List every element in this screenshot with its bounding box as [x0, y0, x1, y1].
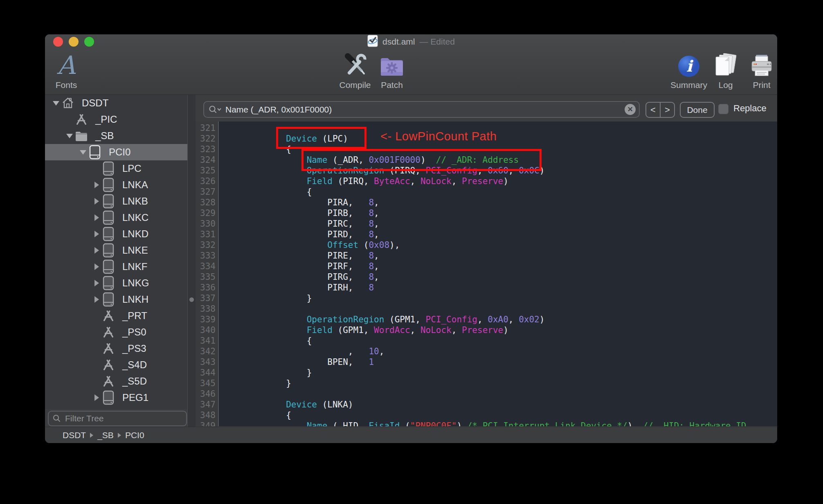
toolbar-fonts-button[interactable]: A Fonts: [51, 48, 81, 90]
close-button[interactable]: [53, 37, 63, 47]
sidebar-item-_ps0[interactable]: _PS0: [45, 324, 187, 340]
code-line: 334 PIRF, 8,: [196, 261, 777, 272]
code-text: }: [218, 367, 312, 378]
editor-pane: ✕ < > Done Replace 321322 Device (LPC)32…: [196, 95, 777, 427]
disclosure-right-icon[interactable]: [91, 263, 102, 270]
disclosure-right-icon[interactable]: [91, 280, 102, 286]
code-editor[interactable]: 321322 Device (LPC)323 {324 Name (_ADR, …: [196, 122, 777, 426]
log-pages-icon: [713, 48, 738, 80]
replace-checkbox[interactable]: [718, 104, 729, 114]
code-line: 335 PIRG, 8,: [196, 272, 777, 282]
toolbar-summary-button[interactable]: i Summary: [668, 48, 709, 90]
sidebar-item-lpc[interactable]: LPC: [45, 160, 187, 177]
sidebar-item-lnke[interactable]: LNKE: [45, 242, 187, 259]
sidebar-item-lnkg[interactable]: LNKG: [45, 275, 187, 291]
title-filename: dsdt.aml: [382, 37, 415, 47]
code-line: 349 Name (_HID, EisaId ("PNP0C0F") /* PC…: [196, 421, 777, 426]
code-line: 333 PIRE, 8,: [196, 250, 777, 261]
code-line: 336 PIRH, 8: [196, 282, 777, 293]
sidebar-item-_s4d[interactable]: _S4D: [45, 357, 187, 373]
title-edited-suffix: — Edited: [419, 37, 454, 47]
line-number: 329: [196, 208, 218, 218]
disclosure-right-icon[interactable]: [91, 182, 102, 188]
toolbar-compile-button[interactable]: Compile: [337, 48, 373, 90]
sidebar-item-label: _PRT: [122, 310, 147, 322]
disclosure-right-icon[interactable]: [91, 231, 102, 237]
search-menu-icon[interactable]: [208, 105, 222, 114]
disclosure-right-icon[interactable]: [91, 214, 102, 221]
code-line: 346: [196, 389, 777, 399]
sidebar-item-label: _S4D: [122, 359, 147, 371]
sidebar-item-lnkc[interactable]: LNKC: [45, 209, 187, 226]
divider-drag-handle[interactable]: [189, 297, 194, 302]
code-text: PIRC, 8,: [218, 218, 379, 229]
breadcrumb-item-_sb[interactable]: _SB: [97, 430, 114, 440]
sidebar-item-label: LNKD: [122, 228, 148, 240]
sidebar-item-lnkd[interactable]: LNKD: [45, 226, 187, 242]
sidebar-item-label: _SB: [95, 130, 114, 142]
line-number: 331: [196, 229, 218, 240]
find-next-button[interactable]: >: [661, 103, 674, 117]
method-icon: [102, 341, 115, 356]
disclosure-down-icon[interactable]: [51, 101, 61, 106]
minimize-button[interactable]: [69, 37, 79, 47]
disclosure-down-icon[interactable]: [64, 134, 75, 138]
sidebar-item-lnkb[interactable]: LNKB: [45, 193, 187, 209]
sidebar-item-_pic[interactable]: _PIC: [45, 111, 187, 128]
sidebar-item-label: _PIC: [95, 114, 117, 125]
code-line: 339 OperationRegion (GPM1, PCI_Config, 0…: [196, 314, 777, 325]
sidebar-item-peg1[interactable]: PEG1: [45, 389, 187, 406]
annotation-callout-text: <- LowPinCount Path: [380, 130, 497, 143]
sidebar-item-lnkh[interactable]: LNKH: [45, 291, 187, 308]
breadcrumb-item-pci0[interactable]: PCI0: [125, 430, 144, 440]
line-number: 327: [196, 187, 218, 197]
line-number: 322: [196, 133, 218, 144]
print-icon: [749, 48, 774, 80]
sidebar-item-_s5d[interactable]: _S5D: [45, 373, 187, 389]
filter-tree-field[interactable]: [48, 411, 187, 426]
toolbar-print-button[interactable]: Print: [743, 48, 777, 90]
code-text: PIRH, 8: [218, 282, 374, 293]
desktop-background: dsdt.aml — Edited A Fonts Compile: [0, 0, 823, 504]
method-icon: [102, 325, 115, 340]
device-icon: [102, 161, 115, 176]
sidebar-item-lnkf[interactable]: LNKF: [45, 259, 187, 275]
toolbar-patch-button[interactable]: Patch: [374, 48, 409, 90]
sidebar-item-pci0[interactable]: PCI0: [45, 144, 187, 160]
code-text: OperationRegion (GPM1, PCI_Config, 0xA0,…: [218, 314, 544, 325]
find-input[interactable]: [225, 104, 625, 115]
find-previous-button[interactable]: <: [646, 103, 661, 117]
sidebar-item-_ps3[interactable]: _PS3: [45, 340, 187, 357]
line-number: 343: [196, 357, 218, 367]
filter-tree-input[interactable]: [64, 413, 186, 424]
sidebar-item-_sb[interactable]: _SB: [45, 128, 187, 144]
disclosure-right-icon[interactable]: [91, 247, 102, 254]
device-icon: [102, 259, 115, 274]
code-line: 331 PIRD, 8,: [196, 229, 777, 240]
code-line: 337 }: [196, 293, 777, 304]
code-line: 328 PIRA, 8,: [196, 197, 777, 208]
find-field[interactable]: ✕: [203, 101, 640, 118]
find-bar: ✕ < > Done Replace: [196, 95, 777, 122]
device-icon: [102, 276, 115, 290]
device-icon: [102, 210, 115, 225]
line-number: 347: [196, 399, 218, 410]
maciasl-window: dsdt.aml — Edited A Fonts Compile: [45, 34, 777, 443]
toolbar-log-button[interactable]: Log: [712, 48, 740, 90]
sidebar-item-dsdt[interactable]: DSDT: [45, 95, 187, 111]
code-line: 347 Device (LNKA): [196, 399, 777, 410]
clear-search-icon[interactable]: ✕: [625, 104, 636, 115]
disclosure-down-icon[interactable]: [78, 150, 88, 155]
sidebar-item-lnka[interactable]: LNKA: [45, 177, 187, 193]
breadcrumb-item-dsdt[interactable]: DSDT: [63, 430, 86, 440]
sidebar-item-label: LNKC: [122, 212, 148, 223]
done-button[interactable]: Done: [680, 102, 715, 118]
sidebar-item-_prt[interactable]: _PRT: [45, 308, 187, 324]
zoom-button[interactable]: [84, 37, 94, 47]
code-text: }: [218, 293, 312, 304]
disclosure-right-icon[interactable]: [91, 394, 102, 401]
disclosure-right-icon[interactable]: [91, 198, 102, 205]
line-number: 337: [196, 293, 218, 304]
device-icon: [102, 243, 115, 258]
disclosure-right-icon[interactable]: [91, 296, 102, 303]
